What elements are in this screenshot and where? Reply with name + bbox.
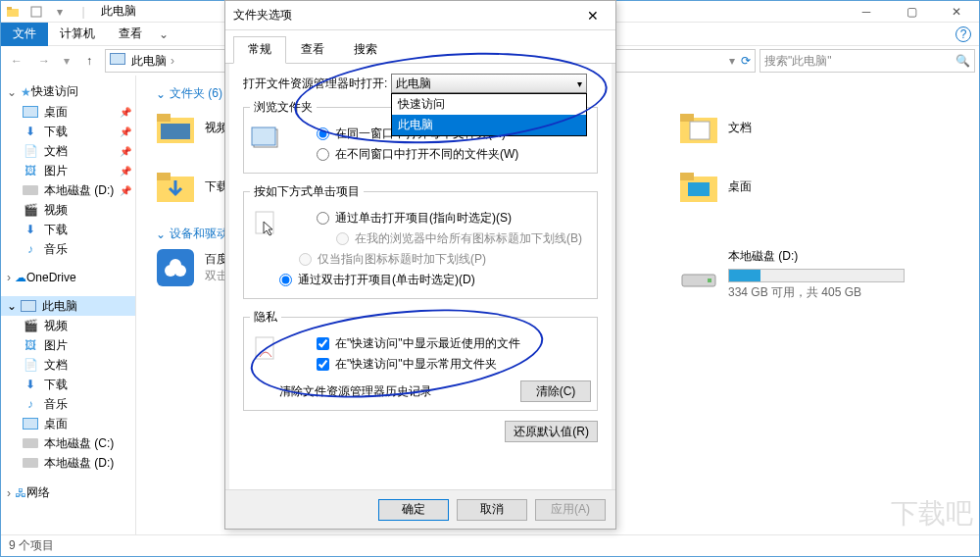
address-dropdown-icon[interactable]: ▾ (729, 54, 735, 68)
music-icon: ♪ (23, 396, 38, 412)
refresh-icon[interactable]: ⟳ (741, 54, 751, 68)
tab-general[interactable]: 常规 (233, 36, 286, 64)
tab-search[interactable]: 搜索 (339, 36, 392, 63)
drive-d[interactable]: 本地磁盘 (D:) 334 GB 可用，共 405 GB (679, 248, 905, 301)
nav-item-music[interactable]: ♪音乐 (1, 239, 135, 259)
radio-single-click[interactable] (317, 212, 329, 225)
nav-back-button[interactable]: ← (5, 49, 28, 73)
nav-group-quick-access[interactable]: ⌄ ★ 快速访问 (1, 81, 135, 102)
svg-rect-0 (7, 9, 19, 17)
nav-item[interactable]: ♪音乐 (1, 394, 135, 414)
open-target-select[interactable]: 此电脑 ▾ (391, 74, 587, 93)
maximize-button[interactable]: ▢ (889, 1, 934, 23)
nav-up-button[interactable]: ↑ (77, 49, 101, 73)
chevron-right-icon: › (7, 486, 11, 500)
nav-group-onedrive[interactable]: › ☁ OneDrive (1, 269, 135, 286)
minimize-button[interactable]: ─ (844, 1, 889, 23)
window-title: 此电脑 (101, 3, 136, 20)
nav-item[interactable]: 🖼图片 (1, 335, 135, 355)
chevron-right-icon: › (7, 271, 11, 284)
nav-group-network[interactable]: › 🖧 网络 (1, 482, 135, 503)
nav-item-downloads2[interactable]: ⬇下载 (1, 220, 135, 239)
tab-file[interactable]: 文件 (1, 23, 48, 46)
browse-legend: 浏览文件夹 (250, 99, 317, 116)
downloads-icon: ⬇ (23, 124, 38, 139)
svg-rect-10 (690, 122, 710, 139)
folder-desktop[interactable]: 桌面 (679, 167, 752, 206)
nav-item-desktop[interactable]: 桌面📌 (1, 102, 135, 122)
nav-group-this-pc[interactable]: ⌄ 此电脑 (1, 296, 135, 316)
qat-properties-icon[interactable] (26, 2, 46, 22)
dialog-close-button[interactable]: ✕ (578, 8, 608, 24)
chevron-down-icon: ⌄ (7, 299, 17, 313)
checkbox-frequent-folders[interactable] (317, 358, 329, 371)
pin-icon: 📌 (120, 107, 131, 118)
network-label: 网络 (26, 484, 50, 501)
breadcrumb-chevron-icon[interactable]: › (171, 54, 174, 68)
nav-item-downloads[interactable]: ⬇下载📌 (1, 122, 135, 141)
pin-icon: 📌 (120, 185, 131, 196)
ribbon-expand-icon[interactable]: ⌄ (154, 27, 173, 41)
search-placeholder: 搜索"此电脑" (764, 53, 832, 70)
app-baidu[interactable]: 百度 双击 (156, 248, 228, 287)
nav-item-videos[interactable]: 🎬视频 (1, 200, 135, 220)
nav-item[interactable]: 桌面 (1, 414, 135, 433)
radio-underline-all (336, 232, 349, 245)
clear-button[interactable]: 清除(C) (520, 380, 591, 402)
nav-item-pictures[interactable]: 🖼图片📌 (1, 161, 135, 180)
folder-videos[interactable]: 视频 (156, 108, 228, 147)
downloads-big-icon (156, 167, 195, 206)
folder-documents[interactable]: 文档 (679, 108, 752, 147)
nav-item-documents[interactable]: 📄文档📌 (1, 141, 135, 161)
drive-free-text: 334 GB 可用，共 405 GB (728, 284, 905, 301)
cloud-icon: ☁ (15, 271, 26, 284)
tab-view[interactable]: 查看 (286, 36, 339, 63)
videos-big-icon (156, 108, 195, 147)
checkbox-recent-files[interactable] (317, 337, 329, 350)
drive-usage-bar (728, 269, 905, 282)
radio-diff-window[interactable] (317, 148, 329, 161)
cancel-button[interactable]: 取消 (457, 499, 527, 521)
tab-computer[interactable]: 计算机 (48, 22, 107, 46)
privacy-icon (250, 333, 281, 365)
radio-same-window[interactable] (317, 127, 329, 140)
close-button[interactable]: ✕ (934, 1, 979, 23)
nav-item[interactable]: 📄文档 (1, 355, 135, 375)
svg-rect-2 (31, 7, 41, 17)
search-input[interactable]: 搜索"此电脑" 🔍 (760, 49, 975, 73)
nav-item[interactable]: ⬇下载 (1, 375, 135, 394)
qat-dropdown-icon[interactable]: ▾ (50, 2, 70, 22)
open-explorer-label: 打开文件资源管理器时打开: (243, 76, 387, 92)
nav-item[interactable]: 本地磁盘 (D:) (1, 453, 135, 473)
apply-button[interactable]: 应用(A) (535, 499, 606, 521)
select-option[interactable]: 快速访问 (392, 94, 586, 115)
pictures-icon: 🖼 (23, 163, 38, 178)
select-option[interactable]: 此电脑 (392, 115, 586, 135)
svg-rect-7 (157, 173, 171, 180)
disk-icon (23, 435, 38, 451)
privacy-group: 隐私 在"快速访问"中显示最近使用的文件 在"快速访问"中显示常用文件夹 清除文… (243, 309, 598, 411)
qat-sep: | (74, 2, 93, 22)
svg-rect-9 (680, 114, 694, 122)
documents-icon: 📄 (23, 143, 38, 159)
drive-icon (679, 255, 718, 294)
folder-downloads[interactable]: 下载 (156, 167, 228, 206)
disk-icon (23, 455, 38, 471)
videos-icon: 🎬 (23, 202, 38, 218)
help-icon[interactable]: ? (956, 26, 971, 42)
nav-item[interactable]: 本地磁盘 (C:) (1, 433, 135, 453)
restore-defaults-button[interactable]: 还原默认值(R) (505, 421, 598, 442)
folder-options-dialog: 文件夹选项 ✕ 常规 查看 搜索 打开文件资源管理器时打开: 此电脑 ▾ 快速访… (224, 0, 616, 530)
dialog-tabs: 常规 查看 搜索 (225, 30, 615, 64)
this-pc-label: 此电脑 (42, 298, 77, 315)
nav-item[interactable]: 🎬视频 (1, 316, 135, 335)
nav-recent-dropdown[interactable]: ▾ (60, 49, 74, 73)
nav-item-disk-d[interactable]: 本地磁盘 (D:)📌 (1, 180, 135, 200)
network-icon: 🖧 (15, 486, 26, 500)
select-value: 此电脑 (396, 76, 431, 92)
nav-forward-button[interactable]: → (32, 49, 56, 73)
radio-double-click[interactable] (279, 274, 292, 286)
tab-view[interactable]: 查看 (107, 22, 154, 46)
ok-button[interactable]: 确定 (378, 499, 449, 521)
documents-big-icon (679, 108, 718, 147)
